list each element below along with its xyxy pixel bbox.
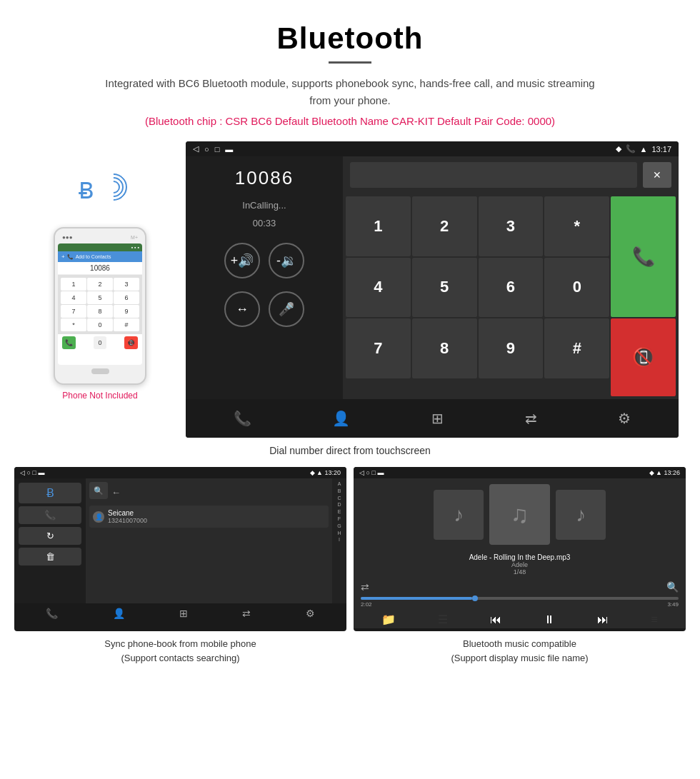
- bottom-settings-icon[interactable]: ⚙: [607, 406, 641, 431]
- phone-key-1: 1: [61, 278, 86, 291]
- key-7[interactable]: 7: [346, 318, 411, 378]
- music-shuffle-icon[interactable]: ⇄: [361, 581, 369, 593]
- contact-name: Seicane: [108, 509, 147, 517]
- pb-bot-contacts-icon[interactable]: 👤: [113, 608, 125, 619]
- bluetooth-symbol-icon: Ƀ: [79, 177, 94, 204]
- pb-bot-dialpad-icon[interactable]: ⊞: [179, 608, 188, 619]
- key-hash[interactable]: #: [544, 318, 609, 378]
- pb-back-nav-icon[interactable]: ◁: [20, 469, 25, 476]
- key-4[interactable]: 4: [346, 258, 411, 318]
- pb-alphabet-index: A B C D E F G H I: [332, 478, 346, 603]
- pb-bot-settings-icon[interactable]: ⚙: [306, 608, 315, 619]
- alpha-e[interactable]: E: [338, 508, 341, 516]
- backspace-icon: ✕: [653, 169, 661, 181]
- key-star[interactable]: *: [544, 196, 609, 256]
- key-8[interactable]: 8: [412, 318, 477, 378]
- key-1[interactable]: 1: [346, 196, 411, 256]
- music-menu-nav-icon[interactable]: ▬: [377, 469, 384, 476]
- pb-bot-transfer-icon[interactable]: ⇄: [242, 608, 251, 619]
- alpha-b[interactable]: B: [338, 488, 341, 495]
- pb-bluetooth-icon-btn[interactable]: Ƀ: [19, 483, 81, 503]
- title-underline: [329, 61, 371, 64]
- phone-number-display: 10086: [58, 262, 142, 275]
- bottom-section: ◁ ○ □ ▬ ◆ ▲ 13:20 Ƀ: [0, 467, 700, 679]
- back-icon[interactable]: ◁: [193, 144, 199, 154]
- alpha-i[interactable]: I: [339, 536, 340, 543]
- key-2[interactable]: 2: [412, 196, 477, 256]
- music-home-nav-icon[interactable]: ○: [366, 469, 370, 476]
- pb-input-row: 🔍 ←: [89, 482, 329, 503]
- bottom-dialpad-icon[interactable]: ⊞: [421, 406, 454, 431]
- key-6[interactable]: 6: [479, 258, 544, 318]
- music-search-icon[interactable]: 🔍: [666, 581, 679, 593]
- page-description: Integrated with BC6 Bluetooth module, su…: [100, 75, 600, 109]
- phone-home-button[interactable]: [91, 368, 109, 374]
- menu-icon[interactable]: ▬: [225, 145, 233, 154]
- phone-action-row: 📞 0 📵: [58, 334, 142, 351]
- music-recents-nav-icon[interactable]: □: [371, 469, 375, 476]
- phonebook-content: Ƀ 📞 ↻ 🗑: [14, 478, 346, 603]
- music-back-nav-icon[interactable]: ◁: [359, 469, 364, 476]
- pb-delete-icon-btn[interactable]: 🗑: [19, 548, 81, 566]
- pb-call-icon: 📞: [44, 510, 56, 521]
- bottom-transfer-icon[interactable]: ⇄: [514, 406, 548, 431]
- dialer-input-field[interactable]: [350, 162, 637, 188]
- music-status-right: ◆ ▲ 13:26: [649, 469, 680, 476]
- recents-icon[interactable]: □: [215, 145, 220, 154]
- music-next-track-icon[interactable]: ⏭: [597, 613, 609, 626]
- bottom-contacts-icon[interactable]: 👤: [321, 406, 361, 431]
- pb-refresh-icon-btn[interactable]: ↻: [19, 527, 81, 545]
- music-equalizer-icon[interactable]: ≡: [651, 613, 657, 626]
- phone-key-6: 6: [114, 291, 139, 304]
- phone-end-button[interactable]: 📵: [124, 336, 138, 349]
- pb-menu-nav-icon[interactable]: ▬: [38, 469, 44, 476]
- keypad-grid: 1 2 3 * 📞 4 5 6 0 7 8 9: [343, 194, 679, 399]
- music-prev-track-icon[interactable]: ⏮: [490, 613, 501, 626]
- phone-call-button[interactable]: 📞: [62, 336, 76, 349]
- backspace-button[interactable]: ✕: [643, 162, 671, 188]
- pb-bot-calls-icon[interactable]: 📞: [46, 608, 58, 619]
- phone-screen: ▪ ▪ ▪ +📞 Add to Contacts 10086 1 2 3 4 5…: [58, 243, 142, 365]
- music-list-icon[interactable]: ☰: [438, 613, 448, 626]
- transfer-button[interactable]: ↔: [224, 291, 260, 327]
- music-screen: ◁ ○ □ ▬ ◆ ▲ 13:26 ♪: [354, 467, 686, 631]
- key-0[interactable]: 0: [544, 258, 609, 318]
- key-5[interactable]: 5: [412, 258, 477, 318]
- pb-back-arrow-icon[interactable]: ←: [111, 487, 121, 498]
- key-9[interactable]: 9: [479, 318, 544, 378]
- bottom-calls-icon[interactable]: 📞: [223, 406, 262, 431]
- mute-button[interactable]: 🎤: [269, 291, 304, 327]
- music-info: Adele - Rolling In the Deep.mp3 Adele 1/…: [354, 551, 686, 578]
- volume-down-button[interactable]: -🔉: [269, 243, 304, 278]
- main-section: Ƀ ●●● M+ ▪ ▪ ▪ +📞 Add to Contacts: [0, 134, 700, 438]
- pb-search-bar[interactable]: 🔍: [89, 482, 108, 499]
- android-dialer-screen: ◁ ○ □ ▬ ◆ 📞 ▲ 13:17 10086 InCalling... 0…: [186, 141, 679, 438]
- phonebook-contact-item[interactable]: 👤 Seicane 13241007000: [89, 506, 329, 528]
- page-title: Bluetooth: [14, 21, 686, 56]
- progress-bar-fill: [361, 597, 472, 600]
- alpha-f[interactable]: F: [338, 516, 341, 523]
- alpha-d[interactable]: D: [337, 501, 341, 508]
- green-call-button[interactable]: 📞: [611, 196, 676, 317]
- pb-home-nav-icon[interactable]: ○: [27, 469, 31, 476]
- music-artist-name: Adele: [356, 561, 683, 568]
- microphone-icon: 🎤: [279, 301, 294, 317]
- pb-recents-nav-icon[interactable]: □: [32, 469, 36, 476]
- alpha-g[interactable]: G: [337, 523, 341, 530]
- pb-nav-icons: ◁ ○ □ ▬: [20, 469, 44, 476]
- alpha-h[interactable]: H: [337, 530, 341, 537]
- volume-up-button[interactable]: +🔊: [224, 243, 260, 278]
- progress-dot[interactable]: [472, 595, 478, 601]
- music-section: ◁ ○ □ ▬ ◆ ▲ 13:26 ♪: [354, 467, 686, 665]
- pb-call-icon-btn[interactable]: 📞: [19, 506, 81, 524]
- music-play-pause-icon[interactable]: ⏸: [544, 613, 555, 626]
- bluetooth-icon-area: Ƀ: [71, 170, 129, 220]
- phonebook-status-bar: ◁ ○ □ ▬ ◆ ▲ 13:20: [14, 467, 346, 478]
- home-icon[interactable]: ○: [204, 145, 209, 154]
- alpha-a[interactable]: A: [338, 481, 341, 488]
- red-end-button[interactable]: 📵: [611, 318, 676, 396]
- phone-key-5: 5: [87, 291, 113, 304]
- alpha-c[interactable]: C: [337, 495, 341, 502]
- music-folder-icon[interactable]: 📁: [381, 613, 396, 626]
- key-3[interactable]: 3: [479, 196, 544, 256]
